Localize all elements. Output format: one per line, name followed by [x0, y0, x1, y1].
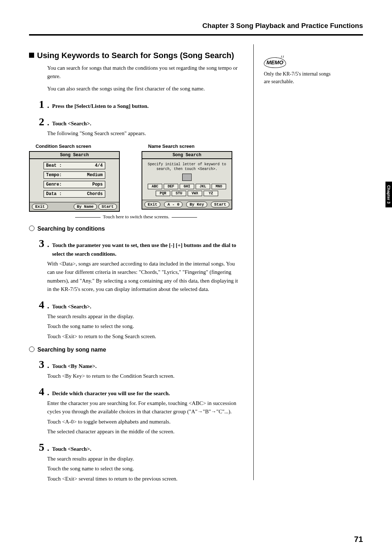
step-dot: . [47, 361, 52, 370]
step-dot: . [47, 240, 52, 249]
memo-icon: MEMO [264, 57, 286, 68]
param-tempo[interactable]: Tempo: Medium [44, 171, 105, 179]
memo-text: Only the KR-7/5's internal songs are sea… [264, 70, 336, 85]
name-search-caption: Name Search screen [142, 143, 232, 149]
key-grid: ABC DEF GHI JKL MNO PQR STU VWX YZ [144, 184, 229, 196]
step-number: 5 [29, 441, 47, 453]
condition-search-lcd: Song Search Beat : 4/4 Tempo: Medium Gen… [29, 151, 120, 212]
chapter-tab: Chapter 3 [385, 182, 392, 207]
name-search-lcd: Song Search Specify initial letter of ke… [142, 151, 232, 210]
key-vwx[interactable]: VWX [188, 191, 202, 196]
step-4-body-2: Touch the song name to select the song. [47, 322, 243, 331]
step-3b-body: Touch <By Key> to return to the Conditio… [47, 372, 243, 380]
step-dot: . [47, 388, 52, 397]
key-ghi[interactable]: GHI [180, 184, 194, 189]
key-stu[interactable]: STU [172, 191, 186, 196]
screenshot-row: Condition Search screen Song Search Beat… [29, 143, 243, 212]
step-2-body: The following "Song Search screen" appea… [47, 129, 243, 138]
step-5-body-2: Touch the song name to select the song. [47, 465, 243, 473]
vertical-divider [253, 44, 254, 480]
step-5-body-1: The search results appear in the display… [47, 455, 243, 463]
key-mno[interactable]: MNO [212, 184, 226, 189]
step-number: 4 [29, 385, 47, 398]
step-text: Press the [Select/Listen to a Song] butt… [52, 102, 244, 110]
switch-screens-note: Touch here to switch these screens. [29, 214, 243, 220]
key-abc[interactable]: ABC [148, 184, 162, 189]
step-2: 2 . Touch <Search>. [29, 116, 243, 128]
param-value: Chords [87, 191, 103, 197]
header-rule [29, 34, 363, 36]
chapter-header: Chapter 3 Song Playback and Practice Fun… [29, 22, 363, 33]
step-4-body-1: The search results appear in the display… [47, 312, 243, 321]
start-button[interactable]: Start [211, 202, 229, 207]
step-dot: . [47, 301, 52, 311]
subheading-conditions: Searching by conditions [29, 226, 243, 232]
intro-paragraph-1: You can search for songs that match the … [29, 64, 243, 81]
param-beat[interactable]: Beat : 4/4 [44, 162, 105, 169]
main-column: Using Keywords to Search for Songs (Song… [29, 44, 243, 485]
step-text: Touch the parameter you want to set, the… [52, 241, 244, 258]
step-dot: . [47, 443, 52, 453]
step-4b-body-3: The selected character appears in the mi… [47, 428, 243, 436]
param-value: Medium [87, 173, 103, 178]
subheading-text: Searching by song name [37, 347, 106, 353]
circle-bullet-icon [29, 347, 34, 352]
name-search-block: Name Search screen Song Search Specify i… [142, 143, 232, 212]
condition-search-block: Condition Search screen Song Search Beat… [29, 143, 120, 212]
step-number: 4 [29, 299, 47, 311]
step-4-body-3: Touch <Exit> to return to the Song Searc… [47, 332, 243, 341]
exit-button[interactable]: Exit [144, 202, 160, 207]
key-yz[interactable]: YZ [204, 191, 218, 196]
side-column: MEMO Only the KR-7/5's internal songs ar… [264, 44, 336, 85]
param-value: 4/4 [95, 163, 103, 168]
intro-paragraph-2: You can also search the songs using the … [29, 85, 243, 93]
step-text: Touch <Search>. [52, 302, 244, 311]
step-text: Touch <By Name>. [52, 362, 244, 370]
key-jkl[interactable]: JKL [196, 184, 210, 189]
param-data[interactable]: Data : Chords [44, 190, 105, 198]
param-label: Genre: [46, 182, 62, 187]
step-3: 3 . Touch the parameter you want to set,… [29, 237, 243, 258]
condition-search-caption: Condition Search screen [29, 143, 120, 149]
step-number: 3 [29, 237, 47, 250]
step-4b-body-1: Enter the character you are searching fo… [47, 399, 243, 416]
by-key-button[interactable]: By Key [186, 202, 207, 207]
step-text: Decide which character you will use for … [52, 389, 244, 398]
step-dot: . [47, 101, 52, 110]
exit-button[interactable]: Exit [32, 204, 48, 210]
step-number: 1 [29, 98, 47, 110]
param-value: Pops [92, 182, 103, 187]
subheading-songname: Searching by song name [29, 347, 243, 353]
step-4b-body-2: Touch <A-0> to toggle between alphabets … [47, 418, 243, 426]
step-3b: 3 . Touch <By Name>. [29, 358, 243, 370]
character-display [182, 174, 192, 181]
section-title-text: Using Keywords to Search for Songs (Song… [37, 51, 234, 60]
circle-bullet-icon [29, 226, 34, 231]
key-def[interactable]: DEF [164, 184, 178, 189]
key-pqr[interactable]: PQR [156, 191, 170, 196]
step-5-body-3: Touch <Exit> several times to return to … [47, 475, 243, 483]
step-text: Touch <Search>. [52, 445, 244, 453]
lcd-instruction: Specify initial letter of keyword to sea… [144, 162, 229, 171]
step-number: 2 [29, 116, 47, 128]
param-label: Data : [46, 191, 62, 197]
subheading-text: Searching by conditions [37, 226, 105, 232]
param-label: Beat : [46, 163, 62, 168]
step-4b: 4 . Decide which character you will use … [29, 385, 243, 398]
param-genre[interactable]: Genre: Pops [44, 181, 105, 188]
a0-toggle-button[interactable]: A - 0 [164, 202, 183, 207]
lcd-title: Song Search [30, 152, 119, 159]
step-dot: . [47, 118, 52, 127]
step-3-body: With <Data>, songs are searched accordin… [47, 260, 243, 293]
step-text: Touch <Search>. [52, 119, 244, 128]
bullet-square-icon [29, 53, 34, 58]
step-5: 5 . Touch <Search>. [29, 441, 243, 453]
lcd-title: Song Search [142, 152, 232, 159]
step-4: 4 . Touch <Search>. [29, 299, 243, 311]
step-number: 3 [29, 358, 47, 370]
step-1: 1 . Press the [Select/Listen to a Song] … [29, 98, 243, 110]
param-label: Tempo: [46, 173, 62, 178]
by-name-button[interactable]: By Name [74, 204, 97, 210]
section-title: Using Keywords to Search for Songs (Song… [29, 51, 243, 60]
start-button[interactable]: Start [98, 204, 117, 210]
